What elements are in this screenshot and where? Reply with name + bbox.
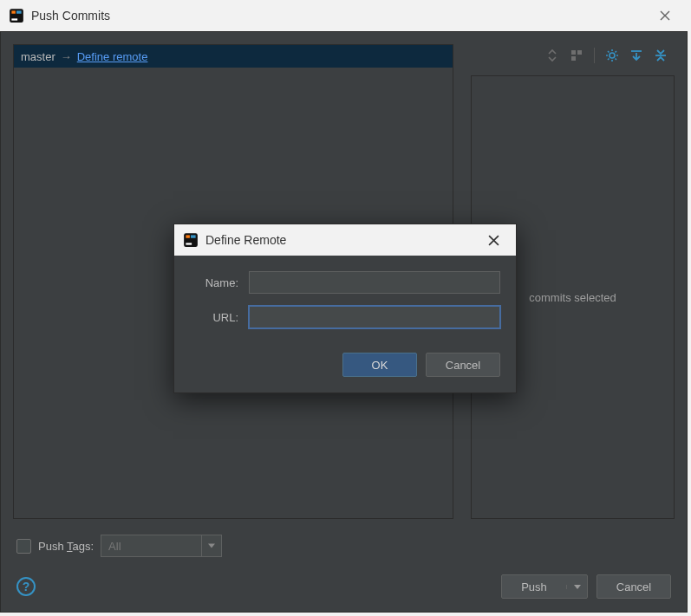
remote-url-input[interactable] — [249, 306, 500, 328]
chevron-down-icon — [208, 544, 215, 548]
modal-cancel-label: Cancel — [446, 359, 480, 372]
toolbar-separator — [594, 48, 595, 63]
svg-line-16 — [616, 51, 617, 53]
settings-gear-button[interactable] — [602, 45, 623, 66]
expand-all-button[interactable] — [542, 45, 563, 66]
close-icon — [488, 235, 499, 246]
url-row: URL: — [190, 306, 500, 328]
chevron-down-icon — [574, 585, 581, 589]
no-commits-label: commits selected — [529, 291, 616, 304]
help-button[interactable]: ? — [16, 577, 36, 596]
svg-rect-6 — [571, 50, 576, 55]
cancel-button-label: Cancel — [616, 580, 651, 593]
modal-body: Name: URL: — [174, 256, 516, 344]
modal-cancel-button[interactable]: Cancel — [426, 353, 500, 377]
modal-title: Define Remote — [205, 233, 286, 247]
branch-row[interactable]: master → Define remote — [14, 45, 453, 68]
app-icon — [183, 232, 199, 248]
dialog-button-row: ? Push Cancel — [16, 574, 671, 600]
svg-rect-1 — [11, 10, 16, 13]
push-commits-window: Push Commits master → Define remote — [0, 0, 691, 616]
window-titlebar: Push Commits — [0, 0, 691, 31]
push-button-main[interactable]: Push — [502, 580, 566, 593]
svg-rect-21 — [186, 235, 190, 237]
push-tags-label[interactable]: Push Tags: — [38, 540, 94, 553]
gear-icon — [605, 49, 619, 62]
svg-rect-3 — [11, 18, 17, 20]
app-icon — [9, 8, 24, 23]
push-tags-row: Push Tags: All — [16, 530, 671, 561]
local-branch-label: master — [21, 50, 55, 63]
push-button-label: Push — [521, 580, 547, 593]
push-button-dropdown[interactable] — [566, 585, 587, 589]
push-tags-select[interactable]: All — [101, 535, 222, 557]
remote-name-input[interactable] — [249, 271, 500, 294]
collapse-all-button[interactable] — [650, 45, 671, 66]
cancel-button[interactable]: Cancel — [596, 574, 671, 599]
define-remote-dialog: Define Remote Name: URL: OK — [173, 224, 517, 393]
collapse-unchanged-button[interactable] — [626, 45, 647, 66]
url-label: URL: — [190, 311, 238, 324]
svg-point-9 — [610, 53, 615, 58]
svg-rect-2 — [16, 10, 22, 13]
name-label: Name: — [190, 276, 238, 289]
svg-line-17 — [608, 59, 610, 61]
group-by-button[interactable] — [566, 45, 587, 66]
ok-button-label: OK — [372, 359, 388, 372]
svg-rect-23 — [186, 243, 192, 244]
name-row: Name: — [190, 271, 500, 294]
svg-rect-8 — [571, 56, 576, 61]
modal-footer: OK Cancel — [174, 344, 516, 392]
close-icon — [660, 10, 670, 21]
svg-line-14 — [608, 51, 610, 53]
collapse-center-icon — [654, 49, 668, 62]
window-title: Push Commits — [31, 9, 110, 23]
svg-line-15 — [616, 59, 617, 61]
diff-toolbar — [471, 44, 675, 67]
modal-close-button[interactable] — [479, 226, 507, 254]
arrow-icon: → — [61, 50, 72, 63]
svg-rect-22 — [191, 235, 196, 237]
help-icon: ? — [23, 580, 30, 593]
svg-rect-7 — [577, 50, 582, 55]
push-tags-selected: All — [108, 540, 121, 553]
window-close-button[interactable] — [648, 0, 682, 31]
push-tags-checkbox[interactable] — [16, 539, 31, 554]
define-remote-link[interactable]: Define remote — [77, 50, 148, 63]
ok-button[interactable]: OK — [342, 353, 417, 377]
collapse-down-icon — [629, 49, 643, 62]
modal-titlebar: Define Remote — [174, 224, 516, 256]
push-split-button[interactable]: Push — [501, 574, 588, 599]
